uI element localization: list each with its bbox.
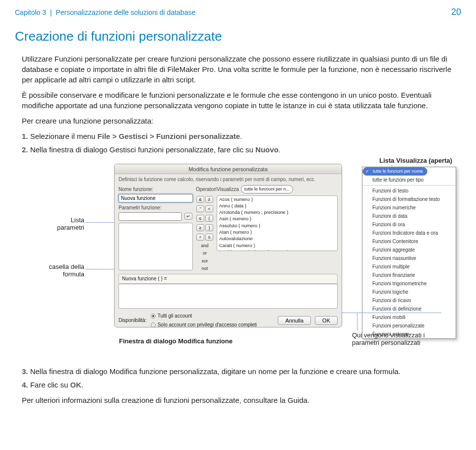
step-number: 1. [22, 132, 28, 140]
dropdown-item[interactable]: Funzioni finanziarie [362, 271, 456, 279]
step-number: 3. [22, 367, 28, 376]
op-button[interactable]: ≤ [196, 215, 204, 222]
function-list[interactable]: Acos ( numero ) Anno ( data ) Arrotonda … [217, 195, 338, 251]
view-select[interactable]: tutte le funzioni per n... [241, 185, 293, 193]
step-3: 3. Nella finestra di dialogo Modifica fu… [22, 366, 461, 377]
dropdown-item[interactable]: Funzioni riassuntive [362, 254, 456, 262]
params-listbox[interactable] [119, 223, 193, 270]
add-param-button[interactable]: ↵ [184, 213, 192, 220]
op-button[interactable]: < [205, 205, 213, 212]
op-button[interactable]: ( [205, 215, 213, 222]
step-2: 2. Nella finestra di dialogo Gestisci fu… [22, 144, 461, 155]
param-input[interactable] [119, 212, 182, 221]
step-1: 1. Selezionare il menu File > Gestisci >… [22, 131, 461, 141]
step-number: 2. [22, 145, 28, 154]
op-button[interactable]: ≠ [205, 196, 213, 203]
formula-textarea[interactable] [119, 284, 338, 309]
step-number: 4. [22, 381, 28, 389]
radio-full-access[interactable] [151, 322, 156, 327]
ok-button[interactable]: OK [315, 316, 338, 325]
annotation-custom-params: Qui vengono visualizzati i parametri per… [352, 331, 451, 347]
dropdown-item[interactable]: Funzioni numeriche [362, 203, 456, 212]
dropdown-item[interactable]: Funzioni personalizzate [362, 321, 456, 330]
formula-header: Nuova funzione ( ) = [119, 274, 338, 284]
op-button[interactable]: ≥ [196, 224, 204, 231]
edit-function-dialog: Modifica funzione personalizzata Definis… [114, 164, 342, 327]
figure-caption: Finestra di dialogo Modifica funzione [119, 337, 233, 345]
visualizza-dropdown[interactable]: tutte le funzioni per nome tutte le funz… [362, 167, 456, 339]
annotation-visualizza-list: Lista Visualizza (aperta) [379, 157, 452, 165]
dropdown-item[interactable]: Funzioni di ora [362, 220, 456, 229]
cancel-button[interactable]: Annulla [278, 316, 311, 325]
dialog-title: Modifica funzione personalizzata [115, 164, 342, 174]
dropdown-item[interactable]: tutte le funzioni per tipo [362, 176, 456, 184]
paragraph: Per ulteriori informazioni sulla creazio… [22, 395, 461, 405]
dropdown-item[interactable]: Funzioni di testo [362, 187, 456, 195]
radio-all-accounts[interactable] [151, 314, 156, 319]
separator: | [48, 8, 54, 16]
dropdown-item[interactable]: Funzioni multiple [362, 262, 456, 271]
annotation-formula-box: casella della formula [35, 263, 84, 278]
paragraph: È possibile conservare e modificare le f… [22, 90, 461, 111]
menu-path: File > Gestisci > Funzioni personalizzat… [98, 132, 240, 140]
dropdown-item[interactable]: Funzioni di formattazione testo [362, 195, 456, 203]
dropdown-item[interactable]: Funzioni Contenitore [362, 237, 456, 246]
op-button[interactable]: ) [205, 224, 213, 231]
dropdown-item[interactable]: Funzioni di data [362, 212, 456, 220]
paragraph: Utilizzare Funzioni personalizzate per c… [22, 54, 461, 85]
dropdown-item[interactable]: Funzioni Indicatore data e ora [362, 229, 456, 237]
op-button[interactable]: s [205, 234, 213, 241]
op-button[interactable]: " [196, 205, 204, 212]
figure: Lista parametri casella della formula Li… [15, 164, 461, 362]
dropdown-item[interactable]: tutte le funzioni per nome [362, 167, 427, 176]
dropdown-item[interactable]: Funzioni logiche [362, 288, 456, 296]
op-button[interactable]: & [196, 196, 204, 203]
name-label: Nome funzione: [119, 186, 193, 193]
chapter-number: Capitolo 3 [15, 8, 46, 16]
function-name-input[interactable] [119, 194, 193, 202]
annotation-param-list: Lista parametri [50, 216, 84, 232]
page-number: 20 [451, 6, 461, 18]
chapter-title: Personalizzazione delle soluzioni di dat… [56, 8, 195, 16]
paragraph: Per creare una funzione personalizzata: [22, 116, 461, 126]
params-label: Parametri funzione: [119, 204, 193, 211]
dropdown-item[interactable]: Funzioni di ricavo [362, 296, 456, 305]
operators-column: Operatori &≠ "< ≤( ≥) +s and or xor [196, 194, 214, 272]
page-header: Capitolo 3 | Personalizzazione delle sol… [15, 6, 461, 18]
dropdown-item[interactable]: Funzioni trigonometriche [362, 279, 456, 288]
op-button[interactable]: + [196, 234, 204, 241]
dialog-hint: Definisci la funzione come calcolo, rise… [115, 174, 342, 185]
dropdown-item[interactable]: Funzioni aggregate [362, 246, 456, 254]
dropdown-item[interactable]: Funzioni mobili [362, 313, 456, 321]
step-4: 4. Fare clic su OK. [22, 380, 461, 390]
section-heading: Creazione di funzioni personalizzate [15, 27, 461, 45]
